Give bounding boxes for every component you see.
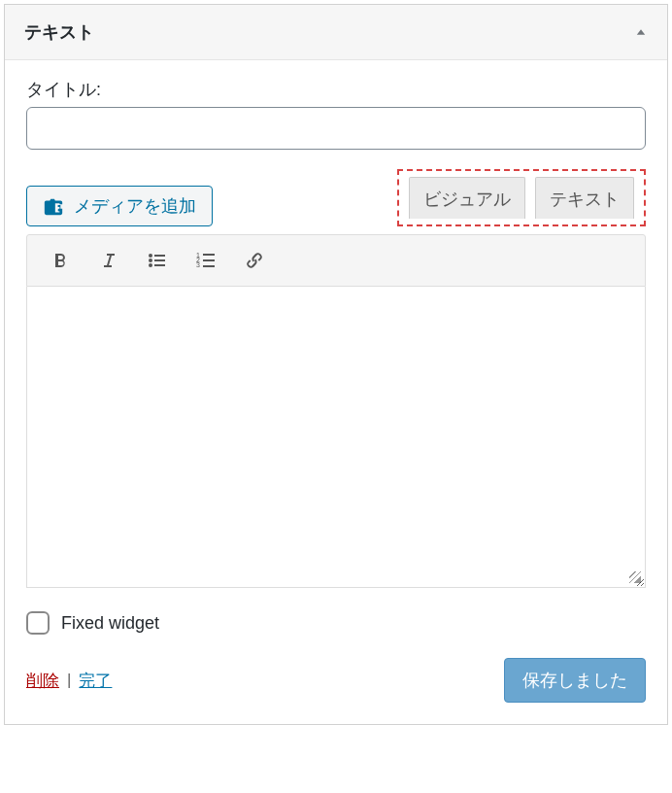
footer-left: 削除 | 完了 bbox=[26, 670, 112, 692]
widget-title: テキスト bbox=[24, 20, 94, 44]
bold-icon bbox=[49, 249, 72, 272]
svg-rect-9 bbox=[203, 259, 215, 261]
text-widget: テキスト タイトル: メディアを追加 ビジュアル テキスト bbox=[4, 4, 668, 725]
media-and-tabs-row: メディアを追加 ビジュアル テキスト bbox=[26, 169, 646, 226]
fixed-widget-checkbox[interactable] bbox=[26, 611, 50, 635]
numbered-list-icon: 123 bbox=[194, 249, 218, 272]
tab-visual[interactable]: ビジュアル bbox=[409, 177, 525, 219]
add-media-label: メディアを追加 bbox=[74, 194, 196, 218]
editor-content-area[interactable] bbox=[26, 287, 646, 588]
tab-text[interactable]: テキスト bbox=[535, 177, 634, 219]
svg-point-4 bbox=[149, 263, 152, 267]
widget-header[interactable]: テキスト bbox=[5, 5, 667, 60]
svg-rect-1 bbox=[154, 255, 165, 257]
title-label: タイトル: bbox=[26, 78, 646, 101]
fixed-widget-row: Fixed widget bbox=[26, 611, 646, 635]
link-button[interactable] bbox=[239, 245, 270, 276]
triangle-up-icon[interactable] bbox=[634, 25, 648, 39]
svg-point-0 bbox=[149, 254, 152, 258]
bullet-list-button[interactable] bbox=[142, 245, 173, 276]
svg-rect-11 bbox=[203, 265, 215, 267]
bullet-list-icon bbox=[146, 249, 169, 272]
footer-separator: | bbox=[67, 671, 71, 690]
svg-text:3: 3 bbox=[196, 261, 200, 268]
add-media-button[interactable]: メディアを追加 bbox=[26, 186, 213, 226]
link-icon bbox=[243, 249, 266, 272]
numbered-list-button[interactable]: 123 bbox=[190, 245, 221, 276]
editor-toolbar: 123 bbox=[26, 234, 646, 287]
saved-button[interactable]: 保存しました bbox=[504, 658, 646, 703]
italic-icon bbox=[97, 249, 120, 272]
fixed-widget-label: Fixed widget bbox=[61, 613, 159, 634]
italic-button[interactable] bbox=[93, 245, 124, 276]
camera-music-icon bbox=[43, 195, 64, 217]
svg-rect-5 bbox=[154, 264, 165, 266]
svg-rect-3 bbox=[154, 259, 165, 261]
svg-rect-7 bbox=[203, 254, 215, 256]
title-input[interactable] bbox=[26, 107, 646, 150]
widget-footer: 削除 | 完了 保存しました bbox=[26, 658, 646, 703]
done-link[interactable]: 完了 bbox=[79, 670, 112, 692]
delete-link[interactable]: 削除 bbox=[26, 670, 59, 692]
widget-body: タイトル: メディアを追加 ビジュアル テキスト bbox=[5, 60, 667, 724]
bold-button[interactable] bbox=[45, 245, 76, 276]
editor-tabs-highlight: ビジュアル テキスト bbox=[397, 169, 646, 226]
svg-point-2 bbox=[149, 259, 152, 262]
